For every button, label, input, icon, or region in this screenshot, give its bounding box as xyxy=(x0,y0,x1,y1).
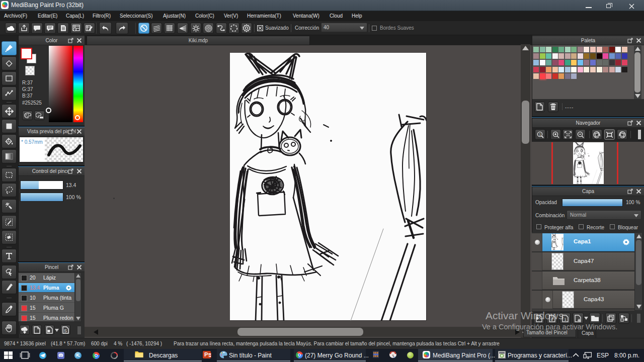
svg-text:S: S xyxy=(64,328,67,333)
svg-text:go: go xyxy=(393,356,396,358)
svg-text:1: 1 xyxy=(564,317,567,322)
svg-text:1: 1 xyxy=(539,132,541,136)
